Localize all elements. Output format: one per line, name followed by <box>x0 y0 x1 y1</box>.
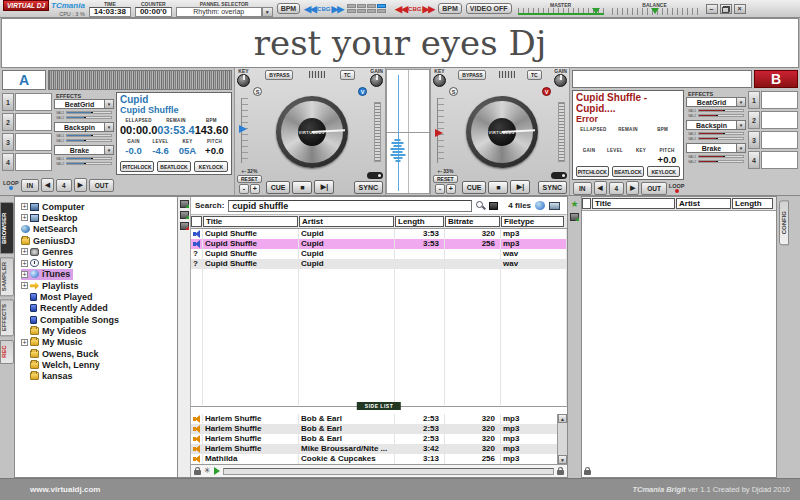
panel-selector-dropdown[interactable]: Rhythm: overlap ▼ <box>176 7 273 17</box>
favorite-star-icon[interactable]: ★ <box>570 200 578 209</box>
scroll-up-icon[interactable]: ▲ <box>558 414 567 423</box>
track-row[interactable]: ? Cupid Shuffle Cupid wav <box>191 259 567 269</box>
video-toggle-button[interactable]: V <box>542 87 551 96</box>
cue-slot-number[interactable]: 1 <box>748 91 760 109</box>
cue-slot-box[interactable] <box>761 91 798 109</box>
loop-out-button[interactable]: OUT <box>641 182 667 195</box>
loop-fwd-icon[interactable]: ▶ <box>74 178 87 192</box>
volume-slider[interactable] <box>555 96 567 168</box>
lock-icon[interactable] <box>194 470 201 475</box>
scratch-button[interactable]: S <box>449 87 458 96</box>
tree-item[interactable]: NetSearch <box>21 224 81 235</box>
cue-slot-number[interactable]: 1 <box>2 93 14 111</box>
expand-icon[interactable]: + <box>21 203 28 210</box>
gain-knob[interactable] <box>370 74 383 87</box>
pitch-slider[interactable] <box>237 96 252 168</box>
sync-button[interactable]: SYNC <box>538 181 567 194</box>
lock-button[interactable]: PITCHLOCK <box>120 161 154 172</box>
tree-item[interactable]: Owens, Buck <box>21 348 102 359</box>
folder-refresh-icon[interactable] <box>180 211 189 219</box>
effect-slider[interactable] <box>698 137 744 140</box>
effect-slider[interactable] <box>66 162 112 165</box>
tree-item[interactable]: + Desktop <box>21 212 81 223</box>
side-list-row[interactable]: Harlem Shuffle Bob & Earl 2:53 320 mp3 <box>191 424 567 434</box>
tree-item[interactable]: Welch, Lenny <box>21 359 103 370</box>
lock-button[interactable]: KEYLOCK <box>194 161 228 172</box>
track-row[interactable]: Cupid Shuffle Cupid 3:53 256 mp3 <box>191 239 567 249</box>
pitch-reset-button[interactable]: RESET <box>433 175 458 183</box>
side-list-row[interactable]: Harlem Shuffle Bob & Earl 2:53 320 mp3 <box>191 414 567 424</box>
cue-button[interactable]: CUE <box>266 181 291 194</box>
add-folder-icon[interactable] <box>570 213 579 221</box>
column-header[interactable]: Filetype <box>501 216 564 227</box>
effect-dropdown[interactable]: Backspin ▼ <box>54 122 114 132</box>
netsearch-globe-icon[interactable] <box>535 201 545 210</box>
cbg-left-back-icon[interactable]: ◀◀ <box>304 4 316 14</box>
cbg-left-fwd-icon[interactable]: ▶▶ <box>331 4 343 14</box>
pitch-minus-button[interactable]: - <box>239 184 249 194</box>
bypass-button[interactable]: BYPASS <box>458 70 486 80</box>
cue-slot[interactable]: 2 <box>2 113 52 131</box>
pitch-reset-button[interactable]: RESET <box>237 175 262 183</box>
cue-slot[interactable]: 4 <box>748 151 798 169</box>
cue-slot[interactable]: 1 <box>748 91 798 109</box>
loop-length[interactable]: 4 <box>609 182 625 195</box>
sync-button[interactable]: SYNC <box>354 181 383 194</box>
tree-item[interactable]: Compatible Songs <box>21 314 122 325</box>
track-row[interactable]: ? Cupid Shuffle Cupid wav <box>191 249 567 259</box>
gear-icon[interactable]: ✳ <box>204 467 211 475</box>
lock-button[interactable]: BEATLOCK <box>612 166 645 177</box>
pitch-plus-button[interactable]: + <box>250 184 260 194</box>
loop-back-icon[interactable]: ◀ <box>594 181 607 195</box>
video-off-button[interactable]: VIDEO OFF <box>466 3 512 14</box>
pitch-minus-button[interactable]: - <box>435 184 445 194</box>
loop-in-button[interactable]: IN <box>21 179 40 192</box>
pitch-plus-button[interactable]: + <box>446 184 456 194</box>
folder-remove-icon[interactable] <box>180 222 189 230</box>
effect-slider[interactable] <box>66 111 112 114</box>
tree-item[interactable]: + My Music <box>21 337 86 348</box>
balance-slider-marker[interactable] <box>651 8 659 14</box>
master-slider[interactable] <box>518 8 604 15</box>
website-link[interactable]: www.virtualdj.com <box>30 485 100 494</box>
tree-item[interactable]: + Computer <box>21 201 88 212</box>
cue-slot[interactable]: 2 <box>748 111 798 129</box>
cue-slot-number[interactable]: 2 <box>2 113 14 131</box>
column-header[interactable]: Length <box>732 198 773 209</box>
folder-up-icon[interactable] <box>180 200 189 208</box>
pitch-slider[interactable] <box>433 96 448 168</box>
cue-slot-number[interactable]: 4 <box>2 153 14 171</box>
jog-wheel[interactable]: VIRTUALDJ <box>466 96 538 168</box>
dropdown-arrow-icon[interactable]: ▼ <box>736 98 745 106</box>
tree-item[interactable]: + Playlists <box>21 280 82 291</box>
bpm-left-button[interactable]: BPM <box>277 3 301 14</box>
dropdown-arrow-icon[interactable]: ▼ <box>736 144 745 152</box>
side-list-scrollbar[interactable]: ▲ ▼ <box>557 414 567 464</box>
balance-slider[interactable] <box>612 8 698 15</box>
tree-item[interactable]: kansas <box>21 370 76 381</box>
search-icon[interactable] <box>476 201 485 210</box>
tree-item[interactable]: Most Played <box>21 291 96 302</box>
effect-slider[interactable] <box>66 134 112 137</box>
side-list-row[interactable]: Harlem Shuffle Mike Broussard/Nite ... 3… <box>191 444 567 454</box>
loop-in-button[interactable]: IN <box>573 182 592 195</box>
effect-slider[interactable] <box>698 132 744 135</box>
stop-button[interactable]: ■ <box>488 181 508 194</box>
computer-search-icon[interactable] <box>549 202 560 210</box>
cue-slot[interactable]: 4 <box>2 153 52 171</box>
jog-wheel[interactable]: VIRTUALDJ <box>276 96 348 168</box>
gain-knob[interactable] <box>554 74 567 87</box>
dropdown-arrow-icon[interactable]: ▼ <box>104 123 113 131</box>
cue-slot-box[interactable] <box>15 133 52 151</box>
pitch-slider-thumb[interactable] <box>239 125 247 133</box>
expand-icon[interactable]: + <box>21 339 28 346</box>
lock-icon[interactable] <box>584 470 591 475</box>
effect-slider[interactable] <box>698 114 744 117</box>
cbg-right-back-icon[interactable]: ◀◀ <box>395 4 407 14</box>
minimize-button[interactable]: – <box>706 4 718 14</box>
cue-button[interactable]: CUE <box>462 181 487 194</box>
tree-item[interactable]: + History <box>21 257 76 268</box>
cue-slot-box[interactable] <box>761 131 798 149</box>
progress-bar[interactable] <box>223 468 554 475</box>
tc-button[interactable]: TC <box>527 70 542 80</box>
